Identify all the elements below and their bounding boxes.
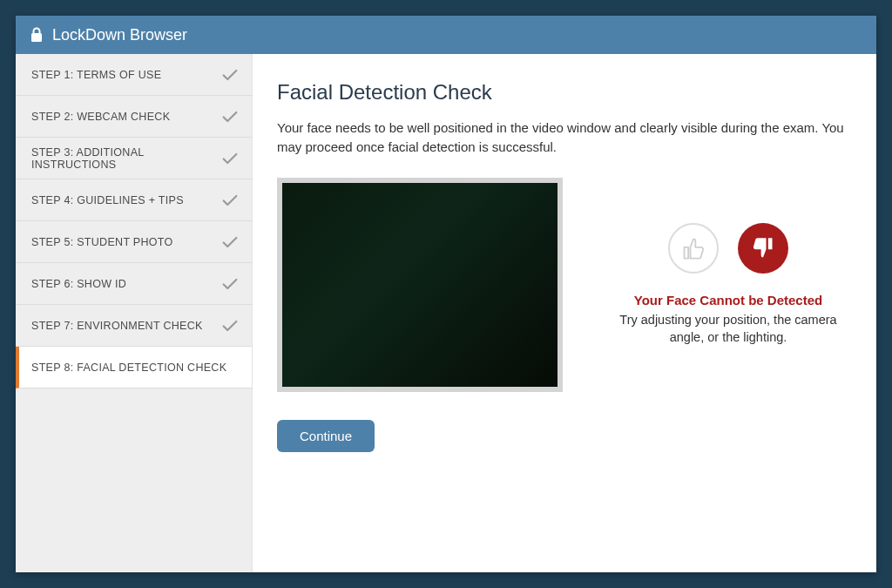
check-icon (220, 65, 240, 84)
detection-status: Your Face Cannot be Detected Try adjusti… (612, 223, 845, 347)
continue-button[interactable]: Continue (277, 420, 375, 452)
sidebar-step-label: STEP 7: ENVIRONMENT CHECK (31, 320, 203, 332)
check-icon (220, 316, 240, 335)
thumbs-row (612, 223, 845, 274)
sidebar-step-label: STEP 5: STUDENT PHOTO (31, 236, 173, 248)
check-icon (220, 107, 240, 126)
sidebar-step-3[interactable]: STEP 3: ADDITIONAL INSTRUCTIONS (16, 138, 252, 179)
sidebar-step-1[interactable]: STEP 1: TERMS OF USE (16, 54, 252, 96)
sidebar-step-6[interactable]: STEP 6: SHOW ID (16, 263, 252, 305)
status-subtitle: Try adjusting your position, the camera … (612, 311, 845, 347)
check-icon (220, 191, 240, 210)
check-icon (220, 233, 240, 252)
sidebar-step-label: STEP 2: WEBCAM CHECK (31, 111, 170, 123)
check-icon (220, 274, 240, 294)
sidebar-step-5[interactable]: STEP 5: STUDENT PHOTO (16, 221, 252, 263)
sidebar-step-label: STEP 1: TERMS OF USE (31, 69, 161, 81)
check-icon (220, 149, 240, 168)
sidebar-step-2[interactable]: STEP 2: WEBCAM CHECK (16, 96, 252, 138)
app-title: LockDown Browser (52, 26, 187, 44)
page-description: Your face needs to be well positioned in… (277, 118, 845, 157)
webcam-preview (277, 178, 563, 392)
step-sidebar: STEP 1: TERMS OF USESTEP 2: WEBCAM CHECK… (16, 54, 253, 572)
page-title: Facial Detection Check (277, 80, 845, 105)
thumbs-down-icon (738, 223, 788, 274)
sidebar-step-label: STEP 8: FACIAL DETECTION CHECK (31, 362, 226, 374)
main-content: Facial Detection Check Your face needs t… (253, 54, 876, 572)
sidebar-step-label: STEP 6: SHOW ID (31, 278, 126, 290)
svg-rect-0 (31, 33, 42, 42)
app-window: LockDown Browser STEP 1: TERMS OF USESTE… (16, 16, 876, 572)
thumbs-up-icon (668, 223, 719, 274)
sidebar-step-7[interactable]: STEP 7: ENVIRONMENT CHECK (16, 305, 252, 347)
status-title: Your Face Cannot be Detected (612, 293, 845, 308)
app-body: STEP 1: TERMS OF USESTEP 2: WEBCAM CHECK… (16, 54, 876, 572)
detection-row: Your Face Cannot be Detected Try adjusti… (277, 178, 845, 392)
title-bar: LockDown Browser (16, 16, 876, 54)
sidebar-step-label: STEP 3: ADDITIONAL INSTRUCTIONS (31, 146, 220, 171)
sidebar-step-label: STEP 4: GUIDELINES + TIPS (31, 194, 184, 206)
lock-icon (30, 27, 44, 43)
sidebar-step-4[interactable]: STEP 4: GUIDELINES + TIPS (16, 179, 252, 221)
sidebar-step-8[interactable]: STEP 8: FACIAL DETECTION CHECK (16, 347, 252, 389)
